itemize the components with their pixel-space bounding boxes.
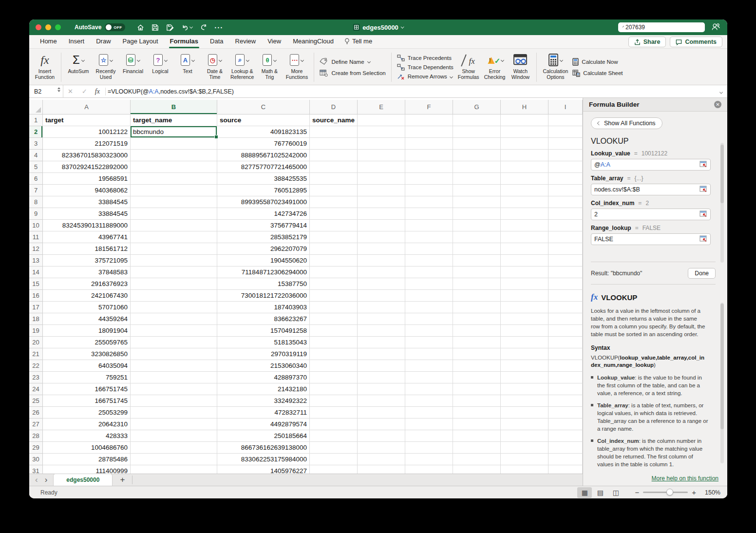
row-header-9[interactable]: 9 [29, 208, 43, 220]
row-header-14[interactable]: 14 [29, 266, 43, 278]
cell-H15[interactable] [501, 278, 548, 290]
cell-I7[interactable] [548, 185, 583, 196]
cell-E27[interactable] [358, 419, 405, 430]
autosave-toggle[interactable]: OFF [105, 23, 125, 31]
cell-I3[interactable] [548, 138, 583, 150]
cell-B6[interactable] [131, 173, 217, 185]
range-selector-icon[interactable] [699, 235, 707, 244]
error-checking-button[interactable]: ▲!✓ ErrorChecking [482, 51, 508, 84]
cell-F4[interactable] [405, 150, 453, 161]
more-commands-icon[interactable]: ··· [214, 23, 223, 32]
cell-G19[interactable] [453, 325, 501, 337]
cell-H1[interactable] [501, 114, 548, 126]
doc-title-chevron[interactable] [401, 25, 404, 28]
cell-E11[interactable] [358, 231, 405, 243]
cell-H30[interactable] [501, 454, 548, 465]
cell-F26[interactable] [405, 407, 453, 419]
add-sheet-button[interactable]: + [113, 474, 132, 486]
cell-D11[interactable] [310, 231, 358, 243]
cell-D5[interactable] [310, 161, 358, 173]
builder-input-col-index-num[interactable]: 2 [591, 209, 711, 220]
save-as-icon[interactable] [166, 24, 174, 31]
trace-dependents-button[interactable]: Trace Dependents [397, 64, 454, 71]
cell-D2[interactable] [310, 126, 358, 138]
cell-I12[interactable] [548, 243, 583, 255]
cell-E31[interactable] [358, 465, 405, 474]
cell-B1[interactable]: target_name [131, 114, 217, 126]
cell-G30[interactable] [453, 454, 501, 465]
cell-G23[interactable] [453, 372, 501, 383]
show-formulas-button[interactable]: fx ShowFormulas [455, 51, 482, 84]
menu-tab-home[interactable]: Home [34, 35, 63, 48]
col-header-I[interactable]: I [548, 100, 583, 114]
cell-D4[interactable] [310, 150, 358, 161]
cell-A28[interactable]: 428333 [43, 430, 131, 442]
cell-B13[interactable] [131, 255, 217, 266]
cell-B2[interactable]: bbcmundo [131, 126, 217, 138]
menu-tab-insert[interactable]: Insert [63, 35, 91, 48]
cell-I28[interactable] [548, 430, 583, 442]
row-header-27[interactable]: 27 [29, 419, 43, 430]
zoom-in-button[interactable]: + [692, 488, 696, 496]
col-header-A[interactable]: A [43, 100, 131, 114]
cell-B27[interactable] [131, 419, 217, 430]
cell-C8[interactable]: 899395587023491000 [217, 196, 310, 208]
cell-H13[interactable] [501, 255, 548, 266]
cell-I13[interactable] [548, 255, 583, 266]
cell-I27[interactable] [548, 419, 583, 430]
cell-A23[interactable]: 759251 [43, 372, 131, 383]
cell-D19[interactable] [310, 325, 358, 337]
cell-B28[interactable] [131, 430, 217, 442]
cell-G29[interactable] [453, 442, 501, 454]
cell-I31[interactable] [548, 465, 583, 474]
cell-E16[interactable] [358, 290, 405, 302]
sheet-tab-active[interactable]: edges50000 [53, 474, 113, 486]
cell-H26[interactable] [501, 407, 548, 419]
row-header-28[interactable]: 28 [29, 430, 43, 442]
home-icon[interactable] [137, 24, 144, 31]
cell-B11[interactable] [131, 231, 217, 243]
cell-F20[interactable] [405, 337, 453, 348]
cell-G15[interactable] [453, 278, 501, 290]
cell-F7[interactable] [405, 185, 453, 196]
cell-B5[interactable] [131, 161, 217, 173]
cell-D17[interactable] [310, 302, 358, 313]
cell-I6[interactable] [548, 173, 583, 185]
close-formula-builder-icon[interactable]: ✕ [714, 101, 721, 108]
range-selector-icon[interactable] [699, 161, 707, 169]
insert-function-button[interactable]: fx InsertFunction [32, 51, 57, 84]
cell-F31[interactable] [405, 465, 453, 474]
cell-I17[interactable] [548, 302, 583, 313]
cell-A9[interactable]: 33884545 [43, 208, 131, 220]
cell-D27[interactable] [310, 419, 358, 430]
cell-G27[interactable] [453, 419, 501, 430]
cell-H22[interactable] [501, 360, 548, 372]
formula-input[interactable]: =VLOOKUP(@A:A,nodes.csv!$A:$B,2,FALSE) [108, 88, 715, 95]
cell-B29[interactable] [131, 442, 217, 454]
cell-F18[interactable] [405, 313, 453, 325]
cell-D29[interactable] [310, 442, 358, 454]
minimize-button[interactable] [45, 24, 51, 30]
cell-F29[interactable] [405, 442, 453, 454]
cell-A27[interactable]: 20642310 [43, 419, 131, 430]
row-header-21[interactable]: 21 [29, 348, 43, 360]
cell-D24[interactable] [310, 383, 358, 395]
cell-F17[interactable] [405, 302, 453, 313]
cell-A17[interactable]: 57071060 [43, 302, 131, 313]
cell-H24[interactable] [501, 383, 548, 395]
cell-E8[interactable] [358, 196, 405, 208]
builder-input-range-lookup[interactable]: FALSE [591, 233, 711, 245]
tell-me-tab[interactable]: Tell me [340, 35, 377, 48]
cell-C7[interactable]: 760512895 [217, 185, 310, 196]
cell-A21[interactable]: 3230826850 [43, 348, 131, 360]
cell-E12[interactable] [358, 243, 405, 255]
cell-E29[interactable] [358, 442, 405, 454]
show-all-functions-button[interactable]: Show All Functions [591, 117, 662, 129]
cell-C19[interactable]: 1570491258 [217, 325, 310, 337]
cell-A31[interactable]: 111400999 [43, 465, 131, 474]
ribbon-category-date-time[interactable]: ◷Date &Time [201, 51, 228, 84]
done-button[interactable]: Done [688, 268, 716, 279]
cell-A13[interactable]: 375721095 [43, 255, 131, 266]
cell-D21[interactable] [310, 348, 358, 360]
cell-A2[interactable]: 10012122 [43, 126, 131, 138]
